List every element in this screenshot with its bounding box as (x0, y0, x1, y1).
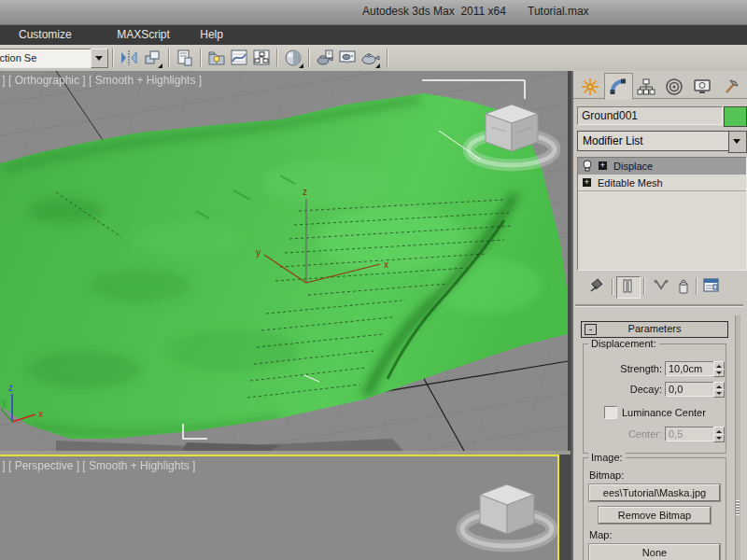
configure-modifier-sets-icon (700, 276, 723, 297)
pin-stack-icon (586, 276, 609, 297)
make-unique-button[interactable] (650, 276, 672, 297)
panel-scroll-strip[interactable] (735, 315, 740, 560)
main-toolbar: lection Se (0, 45, 747, 72)
remove-modifier-button[interactable] (672, 276, 695, 297)
bitmap-label: Bitmap: (589, 469, 624, 481)
modifier-list-arrow[interactable] (728, 131, 747, 153)
center-spinner[interactable] (713, 427, 725, 441)
gizmo-y-label: y (256, 247, 261, 258)
menu-help[interactable]: Help (187, 25, 236, 41)
stack-row-editable-mesh[interactable]: + Editable Mesh (578, 175, 746, 191)
image-group-title: Image: (588, 452, 626, 463)
named-selection-set-dropdown[interactable]: lection Se (0, 49, 95, 68)
viewport-label-orthographic[interactable]: - ] [ Orthographic ] [ Smooth + Highligh… (0, 74, 202, 87)
menu-bar: Customize MAXScript Help (0, 25, 747, 45)
document-title: Tutorial.max (528, 5, 589, 18)
perspective-viewport[interactable]: - ] [ Perspective ] [ Smooth + Highlight… (0, 455, 559, 560)
menu-customize[interactable]: Customize (6, 25, 85, 41)
title-bar: Autodesk 3ds Max 2011 x64 Tutorial.max (0, 0, 747, 25)
object-color-swatch[interactable] (724, 106, 747, 127)
layer-manager-icon[interactable] (206, 48, 227, 68)
named-selection-set-arrow[interactable] (91, 49, 108, 68)
display-icon (693, 77, 712, 96)
luminance-center-checkbox[interactable] (604, 406, 617, 419)
decay-spinner[interactable] (713, 382, 725, 397)
tab-utilities[interactable] (716, 73, 745, 100)
mirror-icon[interactable] (119, 48, 139, 68)
center-label: Center: (584, 428, 662, 440)
render-setup-icon[interactable] (315, 48, 335, 68)
hierarchy-icon (637, 77, 655, 96)
decay-field[interactable]: 0,0 (665, 382, 714, 397)
decay-label: Decay: (584, 384, 662, 395)
show-end-result-icon (617, 277, 638, 296)
modifier-stack: + Displace + Editable Mesh (577, 157, 747, 271)
expand-toggle[interactable]: + (583, 178, 591, 187)
center-field[interactable]: 0,5 (665, 427, 714, 441)
rendered-frame-window-icon[interactable] (337, 48, 358, 68)
layer-properties-icon[interactable] (175, 48, 195, 68)
map-none-button[interactable]: None (589, 544, 720, 560)
image-group: Image: Bitmap: ees\Tutorial\Maska.jpg Re… (583, 457, 726, 560)
render-production-icon[interactable] (359, 48, 380, 68)
strength-spinner[interactable] (713, 361, 725, 376)
app-title: Autodesk 3ds Max 2011 x64 (362, 5, 506, 18)
tab-hierarchy[interactable] (632, 73, 661, 100)
map-label: Map: (589, 529, 612, 540)
rollout-collapse-button[interactable]: - (585, 324, 597, 335)
tab-motion[interactable] (660, 73, 689, 100)
modifier-label: Editable Mesh (598, 175, 663, 191)
viewport-label-perspective[interactable]: - ] [ Perspective ] [ Smooth + Highlight… (0, 459, 195, 472)
parameters-rollout-header[interactable]: - Parameters (581, 321, 728, 338)
curve-editor-icon[interactable] (229, 48, 249, 68)
rollout-title: Parameters (628, 323, 682, 334)
gizmo-x-label: x (384, 259, 388, 270)
bitmap-path-button[interactable]: ees\Tutorial\Maska.jpg (589, 484, 720, 501)
world-z-label: z (8, 383, 13, 393)
viewport-area: z x y z x y (0, 71, 747, 560)
world-x-label: x (38, 409, 43, 419)
command-panel: Ground001 Modifier List + Displace + Edi… (571, 71, 747, 560)
displacement-group: Displacement: Strength: 10,0cm Decay: 0,… (583, 343, 726, 454)
luminance-center-label: Luminance Center (622, 407, 706, 418)
create-icon (581, 77, 599, 96)
motion-icon (665, 77, 684, 96)
modifier-list-dropdown[interactable]: Modifier List (577, 131, 734, 151)
gizmo-z-label: z (303, 187, 307, 197)
orthographic-viewport[interactable]: z x y z x y (0, 71, 568, 451)
stack-row-displace[interactable]: + Displace (578, 158, 746, 175)
tab-create[interactable] (576, 73, 605, 100)
displacement-group-title: Displacement: (588, 338, 659, 349)
utilities-icon (721, 77, 740, 96)
visibility-bulb-icon[interactable] (582, 160, 593, 173)
3dsmax-window: Autodesk 3ds Max 2011 x64 Tutorial.max C… (0, 0, 747, 560)
remove-bitmap-button[interactable]: Remove Bitmap (599, 507, 711, 524)
strength-field[interactable]: 10,0cm (665, 361, 714, 376)
tab-display[interactable] (688, 73, 717, 100)
expand-toggle[interactable]: + (599, 161, 607, 170)
object-name-field[interactable]: Ground001 (577, 106, 723, 125)
make-unique-icon (650, 276, 672, 297)
modifier-label: Displace (613, 158, 653, 175)
pin-stack-button[interactable] (586, 276, 609, 297)
align-icon[interactable] (142, 48, 162, 68)
menu-maxscript[interactable]: MAXScript (104, 25, 183, 41)
strength-label: Strength: (584, 363, 662, 374)
show-end-result-button[interactable] (616, 276, 641, 299)
modify-icon (609, 77, 627, 96)
orthographic-canvas[interactable]: z x y z x y (0, 71, 568, 451)
panel-scroll-grip[interactable] (736, 500, 740, 515)
material-editor-icon[interactable] (283, 48, 303, 68)
world-y-label: y (2, 398, 7, 408)
schematic-view-icon[interactable] (251, 48, 272, 68)
tab-modify[interactable] (604, 73, 633, 100)
remove-modifier-icon (672, 276, 695, 297)
configure-modifier-sets-button[interactable] (700, 276, 723, 297)
